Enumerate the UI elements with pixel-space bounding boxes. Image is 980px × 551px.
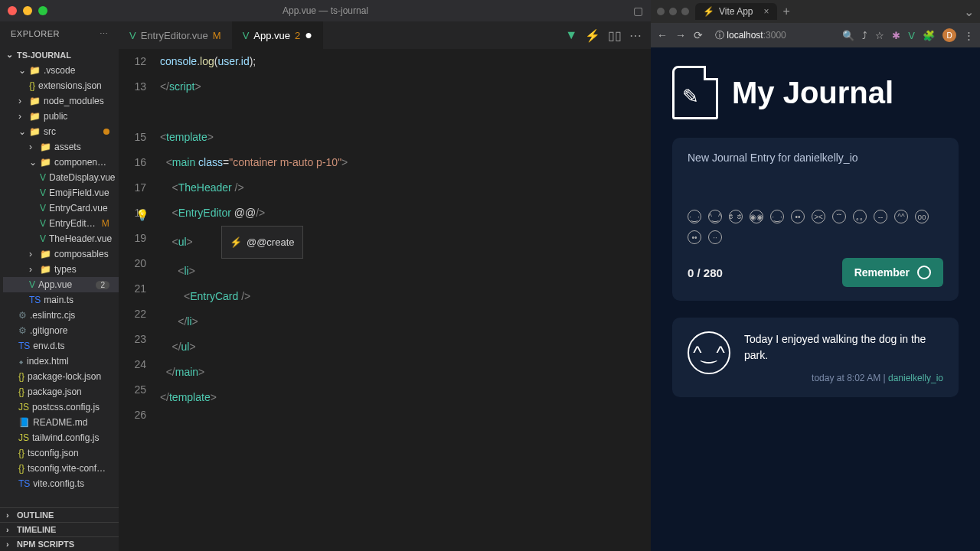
tree-file[interactable]: {}package.json [3,384,119,399]
tree-file[interactable]: JSpostcss.config.js [3,399,119,415]
share-icon[interactable]: ⤴ [862,30,867,41]
browser-toolbar: ← → ⟳ ⓘ localhost:3000 🔍 ⤴ ☆ ✱ V 🧩 D ⋮ [651,23,980,47]
timeline-section[interactable]: ›TIMELINE [0,522,119,536]
tab-entry-editor[interactable]: V EntryEditor.vue M [119,21,232,49]
tree-file-active[interactable]: VApp.vue2 [3,277,119,292]
entry-card: ^‿^ Today I enjoyed walking the dog in t… [672,318,959,397]
explorer-title: EXPLORER [11,29,60,39]
tree-file[interactable]: JStailwind.config.js [3,430,119,445]
project-header[interactable]: ⌄ TS-JOURNAL [0,47,119,63]
profile-avatar[interactable]: D [942,28,956,42]
tree-folder[interactable]: ⌄📁.vscode [3,63,119,78]
emoji-option[interactable]: ｡｡ [853,210,867,223]
emoji-option[interactable]: -- [874,210,887,223]
tree-file[interactable]: VEntryEdit…M [3,216,119,231]
tree-file[interactable]: VTheHeader.vue [3,231,119,246]
tree-folder[interactable]: ⌄📁componen… [3,155,119,170]
tree-folder[interactable]: ›📁public [3,109,119,124]
sidebar: EXPLORER ⋯ ⌄ TS-JOURNAL ⌄📁.vscode {}exte… [0,21,119,551]
tree-folder[interactable]: ›📁types [3,262,119,277]
back-button[interactable]: ← [657,29,668,41]
tree-file[interactable]: VEmojiField.vue [3,185,119,201]
code-area[interactable]: 1213 151617181920212223242526 console.lo… [119,49,651,551]
intellisense-popup[interactable]: ⚡@@create [221,226,303,259]
tree-folder[interactable]: ›📁composables [3,246,119,262]
vite-icon: ⚡ [703,6,714,17]
file-tree: ⌄📁.vscode {}extensions.json ›📁node_modul… [0,63,119,491]
menu-icon[interactable]: ⋮ [964,30,974,41]
minimize-icon[interactable] [669,8,677,15]
tree-folder[interactable]: ›📁node_modules [3,93,119,109]
tab-label: App.vue [253,30,290,41]
url-host: localhost [727,30,763,41]
npm-section[interactable]: ›NPM SCRIPTS [0,536,119,551]
tree-folder[interactable]: ›📁assets [3,139,119,155]
line-gutter: 1213 151617181920212223242526 [119,49,157,551]
tree-file[interactable]: TSenv.d.ts [3,338,119,354]
vue-icon: V [243,30,250,41]
tree-file[interactable]: {}tsconfig.vite-conf… [3,461,119,476]
remember-button[interactable]: Remember [842,258,943,287]
error-count: 2 [295,30,300,41]
expand-tabs-icon[interactable]: ⌄ [964,5,974,19]
bookmark-icon[interactable]: ☆ [875,30,884,41]
close-icon[interactable] [8,6,17,15]
emoji-option[interactable]: ˘˘ [832,210,846,223]
tree-file[interactable]: ⚙.eslintrc.cjs [3,308,119,323]
tree-file[interactable]: VDateDisplay.vue [3,170,119,185]
emoji-option[interactable]: ◉◉ [750,210,763,223]
address-bar[interactable]: ⓘ localhost:3000 [710,29,835,42]
tree-file[interactable]: ⬥index.html [3,354,119,369]
vite-icon[interactable]: ⚡ [585,28,600,43]
close-tab-icon[interactable]: × [763,6,769,17]
window-title: App.vue — ts-journal [283,5,368,16]
emoji-option[interactable]: oo [915,210,929,223]
dirty-indicator: ● [305,28,312,42]
forward-button[interactable]: → [675,29,686,41]
code-content[interactable]: console.log(user.id); </script> <templat… [157,49,651,551]
tree-file[interactable]: {}package-lock.json [3,369,119,384]
emoji-option[interactable]: ^^ [894,210,908,223]
vue-devtools-icon[interactable]: ▼ [565,28,577,43]
tab-app-vue[interactable]: V App.vue 2 ● [232,21,323,49]
arrow-circle-icon [917,266,931,279]
reload-button[interactable]: ⟳ [694,29,703,41]
tree-file[interactable]: 📘README.md [3,415,119,430]
entry-textarea[interactable]: New Journal Entry for danielkelly_io [688,152,943,164]
event-icon: ⚡ [230,230,242,255]
tree-folder[interactable]: ⌄📁src [3,124,119,139]
tree-file[interactable]: TSmain.ts [3,292,119,308]
more-icon[interactable]: ⋯ [100,29,109,39]
entry-timestamp: today at 8:02 AM [812,373,880,383]
zoom-icon[interactable]: 🔍 [842,30,854,41]
suggestion-text: @@create [247,230,295,255]
close-icon[interactable] [657,8,665,15]
emoji-option[interactable]: ·‿· [688,210,701,223]
entry-author: danielkelly_io [888,373,943,383]
more-icon[interactable]: ⋯ [629,28,642,43]
zoom-icon[interactable] [681,8,689,15]
tree-file[interactable]: {}tsconfig.json [3,445,119,461]
emoji-option[interactable]: ಠಠ [729,210,743,223]
emoji-option[interactable]: ·· [708,230,722,244]
lightbulb-icon[interactable]: 💡 [136,203,149,228]
minimize-icon[interactable] [23,6,32,15]
emoji-option[interactable]: >< [812,210,825,223]
tree-file[interactable]: VEntryCard.vue [3,201,119,216]
new-tab-button[interactable]: + [783,5,790,18]
emoji-option[interactable]: ·‿· [770,210,784,223]
layout-icon[interactable]: ▢ [633,5,643,17]
tree-file[interactable]: TSvite.config.ts [3,476,119,491]
emoji-option[interactable]: ^‿^ [708,210,722,223]
outline-section[interactable]: ›OUTLINE [0,507,119,522]
extensions-icon[interactable]: 🧩 [923,30,935,41]
vue-devtools-icon[interactable]: V [908,30,915,41]
split-editor-icon[interactable]: ▯▯ [608,28,622,43]
zoom-icon[interactable] [38,6,47,15]
extension-icon[interactable]: ✱ [892,30,900,41]
browser-tab[interactable]: ⚡ Vite App × [695,3,777,20]
tree-file[interactable]: {}extensions.json [3,78,119,93]
emoji-option[interactable]: •• [791,210,805,223]
tree-file[interactable]: ⚙.gitignore [3,323,119,338]
emoji-option[interactable]: •• [688,230,701,244]
